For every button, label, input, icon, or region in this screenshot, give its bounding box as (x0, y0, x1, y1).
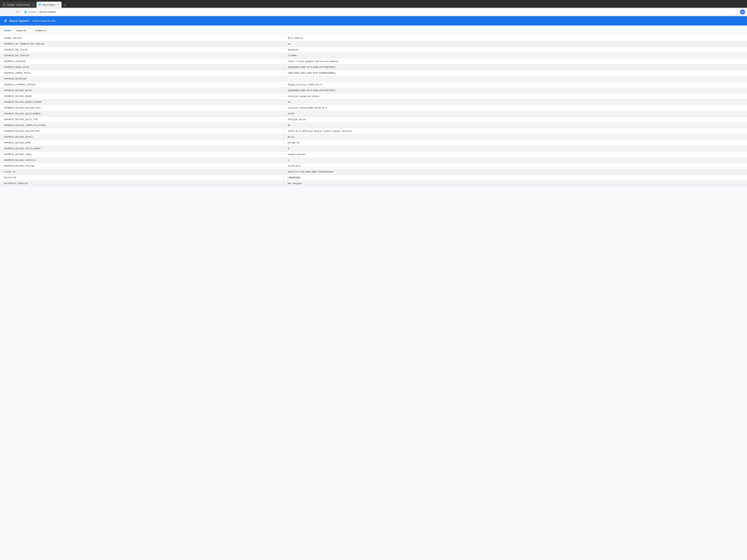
table-row: CHROMEOS_FIRMWARE_VERSIONGoogle_Drallion… (0, 82, 747, 88)
reload-icon: ↻ (16, 10, 19, 14)
table-row: CHROMEOS_BOARD_APPID{ED3A4869-C380-4F79-… (0, 64, 747, 70)
row-key: CHROMEOS_RELEASE_PATCH_NUMBER (0, 146, 284, 152)
row-value: Not managed (284, 181, 747, 187)
row-key: CHROMEOS_RELEASE_DESCRIPTION (0, 128, 284, 134)
row-key: CLIENT_ID (0, 169, 284, 175)
row-value: mp-v2 (284, 134, 747, 140)
row-value: {ED3A4869-C380-4F79-A190-027C3E879357} (284, 88, 747, 94)
address-domain: Chrome (28, 11, 36, 13)
row-key: CHROMEOS_FIRMWARE_VERSION (0, 82, 284, 88)
about-system-tab-icon: 🌐 (38, 3, 41, 6)
row-key: CHROMEOS_ARC_ANDROID_SDK_VERSION (0, 41, 284, 47)
row-key: CHROMEOS_ARC_VERSION (0, 53, 284, 59)
row-key: CHROMEOS_BOARD_APPID (0, 64, 284, 70)
table-row: CHROMEOS_RELEASE_CHROME_MILESTONE89 (0, 123, 747, 128)
page-header-subtitle: System diagnostic data (32, 20, 56, 22)
table-row: CHROMEOS_ARC_ANDROID_SDK_VERSION28 (0, 41, 747, 47)
row-value: Official Build (284, 117, 747, 123)
address-bar-icon: 🌐 (24, 11, 27, 13)
row-key: CHROMEOS_RELEASE_CHROME_MILESTONE (0, 123, 284, 128)
row-value: 9cabcff6-2c2e-458c-805b-7e85d3a3a40d (284, 169, 747, 175)
row-value: 7179805 (284, 53, 747, 59)
page-header-title: About System (9, 19, 29, 23)
table-row: CHROMEOS_RELEASE_TRACKstable-channel (0, 152, 747, 157)
details-bar: Details Expand all... Collapse all... (0, 26, 747, 35)
row-value: CHROMEBOOK (284, 175, 747, 181)
page-content: ⚙ About System System diagnostic data De… (0, 16, 747, 560)
row-key: CHROMEOS_ARC_STATUS (0, 47, 284, 53)
row-key: CHROMEOS_RELEASE_VERSION (0, 163, 284, 169)
row-key: CHROMEOS_CANARY_APPID (0, 70, 284, 76)
address-separator: | (37, 11, 38, 13)
row-key: CHROMEOS_RELEASE_BUILD_NUMBER (0, 111, 284, 117)
table-row: DEVICETYPECHROMEBOOK (0, 175, 747, 181)
row-value: stable-channel (284, 152, 747, 157)
about-system-tab-close[interactable]: × (57, 3, 60, 6)
about-system-tab-label: About System (42, 4, 55, 6)
table-row: CHROMEOS_ARC_STATUSdisabled (0, 47, 747, 53)
row-key: DEVICETYPE (0, 175, 284, 181)
tab-settings[interactable]: ⚙ Settings - About Chrome × (1, 2, 36, 8)
toolbar: ← → ↻ 🌐 Chrome | chrome://system G (0, 8, 747, 16)
browser-frame: ⚙ Settings - About Chrome × 🌐 About Syst… (0, 0, 747, 560)
table-row: CHROMEOS_CANARY_APPID{90F229CE-83E2-4FAF… (0, 70, 747, 76)
table-row: CHROMEOS_RELEASE_UNIBUILD1 (0, 157, 747, 163)
row-value: Google_Drallion.12930.241.0 (284, 82, 747, 88)
table-row: CHROME VERSION89.0.4389.82 (0, 35, 747, 41)
table-row: CLIENT_ID9cabcff6-2c2e-458c-805b-7e85d3a… (0, 169, 747, 175)
table-row: CHROMEOS_RELEASE_BUILD_TYPEOfficial Buil… (0, 117, 747, 123)
collapse-all-button[interactable]: Collapse all... (32, 28, 50, 33)
table-row: CHROMEOS_RELEASE_BUILDER_PATHdrallion-re… (0, 105, 747, 111)
page-header-icon: ⚙ (4, 19, 7, 23)
row-key: ENTERPRISE_ENROLLED (0, 181, 284, 187)
table-row: CHROMEOS_ARC_VERSION7179805 (0, 53, 747, 59)
row-value: 13729.45.0 (Official Build) stable-chann… (284, 128, 747, 134)
row-value: Chrome OS (284, 140, 747, 146)
new-tab-button[interactable]: + (62, 3, 68, 8)
row-key: CHROMEOS_AUSERVER (0, 59, 284, 64)
table-row: CHROMEOS_RELEASE_BOARDdrallion-signed-mp… (0, 94, 747, 99)
expand-all-button[interactable]: Expand all... (13, 28, 30, 33)
forward-icon: → (9, 10, 12, 14)
profile-button[interactable]: G (740, 9, 745, 15)
row-value: 0 (284, 146, 747, 152)
system-data-table: CHROME VERSION89.0.4389.82CHROMEOS_ARC_A… (0, 35, 747, 187)
reload-button[interactable]: ↻ (15, 9, 20, 15)
row-value: https://tools.google.com/service/update2 (284, 59, 747, 64)
row-key: CHROMEOS_RELEASE_TRACK (0, 152, 284, 157)
tab-about-system[interactable]: 🌐 About System × (36, 2, 61, 8)
table-row: CHROMEOS_RELEASE_VERSION13729.45.0 (0, 163, 747, 169)
table-row: CHROMEOS_RELEASE_APPID{ED3A4869-C380-4F7… (0, 88, 747, 94)
row-key: CHROMEOS_RELEASE_BOARD (0, 94, 284, 99)
table-row: CHROMEOS_DEVSERVER (0, 76, 747, 82)
row-key: CHROMEOS_DEVSERVER (0, 76, 284, 82)
row-key: CHROMEOS_RELEASE_KEYSET (0, 134, 284, 140)
row-key: CHROME VERSION (0, 35, 284, 41)
row-key: CHROMEOS_RELEASE_APPID (0, 88, 284, 94)
table-row: CHROMEOS_RELEASE_BUILD_NUMBER13729 (0, 111, 747, 117)
row-key: CHROMEOS_RELEASE_BRANCH_NUMBER (0, 99, 284, 105)
settings-tab-icon: ⚙ (3, 3, 6, 6)
address-bar[interactable]: 🌐 Chrome | chrome://system (21, 9, 739, 15)
back-button[interactable]: ← (2, 9, 7, 15)
settings-tab-close[interactable]: × (31, 3, 34, 6)
table-row: CHROMEOS_RELEASE_NAMEChrome OS (0, 140, 747, 146)
row-value: 89.0.4389.82 (284, 35, 747, 41)
address-text: Chrome | chrome://system (28, 11, 56, 13)
row-value: {ED3A4869-C380-4F79-A190-027C3E879357} (284, 64, 747, 70)
table-row: CHROMEOS_RELEASE_PATCH_NUMBER0 (0, 146, 747, 152)
settings-tab-label: Settings - About Chrome (7, 4, 30, 6)
forward-button[interactable]: → (8, 9, 14, 15)
row-value: 1 (284, 157, 747, 163)
row-value (284, 76, 747, 82)
table-row: ENTERPRISE_ENROLLEDNot managed (0, 181, 747, 187)
row-key: CHROMEOS_RELEASE_UNIBUILD (0, 157, 284, 163)
details-label[interactable]: Details (4, 29, 11, 32)
back-icon: ← (3, 10, 6, 14)
row-value: 13729 (284, 111, 747, 117)
row-value: drallion-signed-mp-v2keys (284, 94, 747, 99)
row-key: CHROMEOS_RELEASE_BUILD_TYPE (0, 117, 284, 123)
table-row: CHROMEOS_RELEASE_BRANCH_NUMBER45 (0, 99, 747, 105)
table-row: CHROMEOS_AUSERVERhttps://tools.google.co… (0, 59, 747, 64)
row-value: 28 (284, 41, 747, 47)
